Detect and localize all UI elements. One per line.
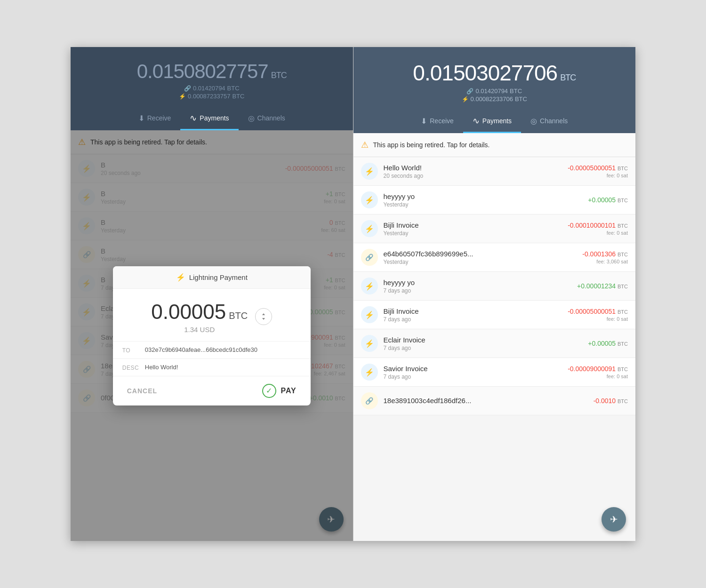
right-warning-text: This app is being retired. Tap for detai… [373,141,490,149]
receive-icon-left: ⬇ [138,114,144,123]
r-payment-icon-3: 🔗 [361,249,378,266]
dialog-amount-btc: 0.00005 BTC [151,300,248,324]
left-confirmed-value: 0.01420794 [193,85,225,92]
fab-button-right[interactable]: ✈ [602,507,626,532]
left-balance-main: 0.01508027757 BTC [137,60,287,83]
table-row[interactable]: 🔗 e64b60507fc36b899699e5... Yesterday -0… [353,243,636,272]
right-nav: ⬇ Receive ∿ Payments ◎ Channels [363,110,626,133]
r-payment-amount-0: -0.00005000051 BTC [568,164,628,172]
right-content: ⚠ This app is being retired. Tap for det… [353,133,636,541]
table-row[interactable]: ⚡ Bijli Invoice 7 days ago -0.0000500005… [353,301,636,329]
r-payment-time-3: Yesterday [384,259,577,265]
dialog-actions: CANCEL ✓ PAY [113,376,311,405]
right-confirmed: 🔗 0.01420794 BTC [466,87,522,95]
left-confirmed: 🔗 0.01420794 BTC [184,85,240,92]
r-payment-fee-5: fee: 0 sat [568,316,628,322]
right-balance-value: 0.01503027706 [413,60,557,86]
table-row[interactable]: ⚡ Bijli Invoice Yesterday -0.00010000101… [353,215,636,243]
left-header-sub: 🔗 0.01420794 BTC ⚡ 0.00087233757 BTC [179,85,244,100]
r-payment-name-6: Eclair Invoice [384,336,583,344]
left-pending-unit: BTC [232,93,244,100]
right-pending-unit: BTC [515,95,527,103]
dialog-to-value: 032e7c9b6940afeae...66bcedc91c0dfe30 [145,346,257,353]
link-icon-right: 🔗 [466,88,473,95]
table-row[interactable]: ⚡ heyyyy yo 7 days ago +0.00001234 BTC [353,272,636,301]
left-nav-receive[interactable]: ⬇ Receive [129,107,181,130]
r-payment-time-1: Yesterday [384,201,583,208]
r-payment-icon-4: ⚡ [361,278,378,294]
r-payment-details-2: Bijli Invoice Yesterday [384,221,562,237]
r-payment-details-0: Hello World! 20 seconds ago [384,164,562,179]
left-nav-payments[interactable]: ∿ Payments [180,107,238,130]
r-payment-fee-2: fee: 0 sat [568,230,628,236]
dialog-amount-section: 0.00005 BTC 1.34 USD [113,289,311,342]
r-bolt-0: ⚡ [365,167,374,176]
r-amount-wrap-4: +0.00001234 BTC [577,282,628,290]
r-amount-wrap-2: -0.00010000101 BTC fee: 0 sat [568,222,628,236]
left-nav: ⬇ Receive ∿ Payments ◎ Channels [80,107,344,130]
pay-button[interactable]: ✓ PAY [262,384,297,398]
left-nav-channels[interactable]: ◎ Channels [239,107,295,130]
r-payment-name-5: Bijli Invoice [384,307,562,315]
right-payment-list: ⚡ Hello World! 20 seconds ago -0.0000500… [353,157,636,415]
right-confirmed-value: 0.01420794 [475,87,508,95]
r-payment-icon-0: ⚡ [361,163,378,180]
right-warning-banner[interactable]: ⚠ This app is being retired. Tap for det… [353,133,636,157]
right-nav-receive-label: Receive [430,117,454,125]
dialog-overlay: ⚡ Lightning Payment 0.00005 BTC 1.34 USD [71,130,353,541]
cancel-button[interactable]: CANCEL [127,387,157,395]
left-pending-value: 0.00087233757 [188,93,230,100]
r-payment-amount-5: -0.00005000051 BTC [568,308,628,315]
r-payment-icon-2: ⚡ [361,220,378,237]
dialog-header: ⚡ Lightning Payment [113,266,311,289]
right-nav-channels[interactable]: ◎ Channels [521,110,577,133]
left-screen: 0.01508027757 BTC 🔗 0.01420794 BTC ⚡ 0.0… [71,47,353,541]
r-payment-amount-1: +0.00005 BTC [588,196,628,204]
right-balance-main: 0.01503027706 BTC [413,60,576,86]
right-header: 0.01503027706 BTC 🔗 0.01420794 BTC ⚡ 0.0… [353,47,636,133]
pay-check-icon: ✓ [262,384,276,398]
channels-icon-right: ◎ [530,117,537,126]
table-row[interactable]: ⚡ heyyyy yo Yesterday +0.00005 BTC [353,186,636,215]
dialog-btc-value: 0.00005 [151,300,226,324]
r-payment-time-2: Yesterday [384,230,562,237]
left-confirmed-unit: BTC [227,85,240,92]
r-payment-amount-3: -0.0001306 BTC [582,250,628,258]
right-nav-channels-label: Channels [540,117,568,125]
r-amount-wrap-0: -0.00005000051 BTC fee: 0 sat [568,164,628,178]
lightning-payment-dialog: ⚡ Lightning Payment 0.00005 BTC 1.34 USD [113,266,311,405]
r-bolt-2: ⚡ [365,224,374,233]
r-payment-name-4: heyyyy yo [384,278,571,286]
dialog-desc-field: DESC Hello World! [113,359,311,376]
r-amount-wrap-7: -0.00009000091 BTC fee: 0 sat [568,365,628,379]
r-payment-amount-7: -0.00009000091 BTC [568,365,628,373]
r-payment-fee-0: fee: 0 sat [568,173,628,178]
right-balance-unit: BTC [560,73,576,83]
left-balance-value: 0.01508027757 [137,60,268,83]
table-row[interactable]: 🔗 18e3891003c4edf186df26... -0.0010 BTC [353,387,636,415]
right-nav-payments[interactable]: ∿ Payments [463,110,521,133]
r-payment-details-3: e64b60507fc36b899699e5... Yesterday [384,250,577,265]
r-payment-name-0: Hello World! [384,164,562,172]
r-payment-time-7: 7 days ago [384,373,562,380]
r-payment-icon-1: ⚡ [361,191,378,208]
r-payment-amount-2: -0.00010000101 BTC [568,222,628,229]
r-bolt-4: ⚡ [365,282,374,291]
r-amount-wrap-1: +0.00005 BTC [588,196,628,204]
r-payment-details-1: heyyyy yo Yesterday [384,192,583,208]
bolt-icon-right: ⚡ [462,96,469,103]
r-amount-wrap-3: -0.0001306 BTC fee: 3,060 sat [582,250,628,264]
dialog-desc-label: DESC [122,364,139,371]
link-icon-left: 🔗 [184,85,191,92]
r-payment-name-1: heyyyy yo [384,192,583,200]
table-row[interactable]: ⚡ Hello World! 20 seconds ago -0.0000500… [353,157,636,186]
r-payment-time-0: 20 seconds ago [384,173,562,179]
left-balance-unit: BTC [271,71,287,80]
left-header: 0.01508027757 BTC 🔗 0.01420794 BTC ⚡ 0.0… [71,47,353,130]
table-row[interactable]: ⚡ Savior Invoice 7 days ago -0.000090000… [353,358,636,387]
right-nav-receive[interactable]: ⬇ Receive [411,110,463,133]
table-row[interactable]: ⚡ Eclair Invoice 7 days ago +0.00005 BTC [353,329,636,358]
receive-icon-right: ⬇ [421,117,427,126]
r-amount-wrap-5: -0.00005000051 BTC fee: 0 sat [568,308,628,322]
toggle-currency-button[interactable] [255,308,272,325]
